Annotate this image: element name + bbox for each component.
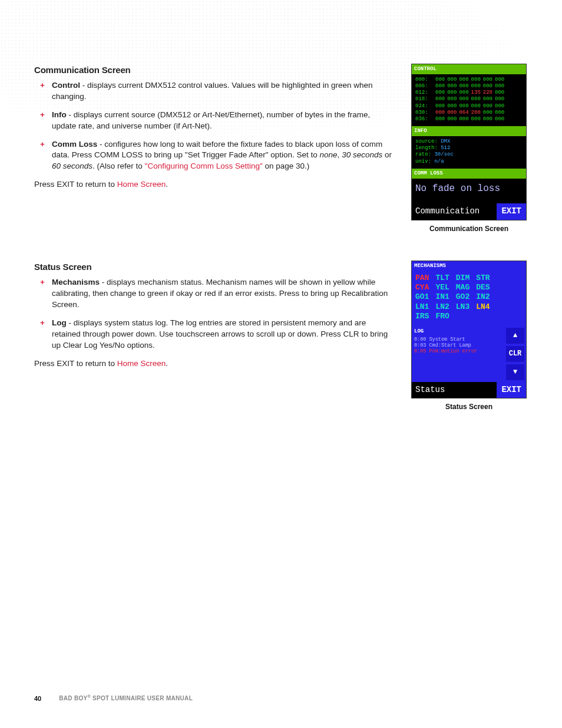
- mechanism-row: PANTLTDIMSTR: [415, 274, 523, 283]
- mechanism-row: IRSFRO: [415, 312, 523, 321]
- status-button-column: ▲ CLR ▼: [506, 326, 526, 381]
- comm-exit-line: Press EXIT to return to Home Screen.: [34, 179, 392, 190]
- desc-commloss-b: . (Also refer to: [92, 162, 145, 170]
- comm-exit-button[interactable]: EXIT: [497, 203, 526, 220]
- comm-value: 000: [483, 110, 492, 116]
- comm-value: 000: [495, 83, 504, 90]
- comm-info-body: source: DMX length: 512 rate: 30/sec uni…: [412, 136, 526, 169]
- term-control: Control: [52, 81, 80, 90]
- comm-value: 000: [471, 96, 481, 103]
- comm-value: 000: [471, 116, 481, 123]
- status-log-panel: LOG 0:00 System Start0:03 Cmd:Start Lamp…: [412, 326, 506, 381]
- status-caption: Status Screen: [445, 402, 492, 412]
- comm-address: 036:: [415, 116, 432, 123]
- term-info: Info: [52, 110, 67, 119]
- comm-value: 135: [471, 90, 481, 96]
- status-exit-suffix: .: [166, 359, 168, 368]
- bullet-info: Info - displays current source (DMX512 o…: [49, 110, 392, 132]
- log-line: 0:00 System Start: [414, 337, 504, 342]
- comm-value: 000: [447, 77, 457, 83]
- log-header: LOG: [414, 328, 504, 335]
- mechanism-row: CYAYELMAGDES: [415, 283, 523, 292]
- status-footer-title: Status: [412, 382, 497, 398]
- log-line: 0:05 PAN:motion error: [414, 348, 504, 354]
- term-mechanisms: Mechanisms: [52, 278, 100, 286]
- info-key: rate:: [415, 151, 434, 157]
- comm-address: 024:: [415, 103, 432, 110]
- link-commloss-config[interactable]: "Configuring Comm Loss Setting": [145, 162, 263, 170]
- comm-value: 000: [435, 103, 445, 110]
- comm-value: 000: [459, 77, 468, 83]
- clr-button[interactable]: CLR: [506, 346, 524, 362]
- comm-loss-value[interactable]: No fade on loss: [412, 179, 526, 203]
- comm-control-row: 024:000000000000000000: [415, 103, 523, 110]
- status-heading: Status Screen: [34, 261, 392, 273]
- page-number: 40: [34, 694, 41, 703]
- comm-control-row: 036:000000000000000000: [415, 116, 523, 123]
- bullet-log: Log - displays system status log. The lo…: [49, 318, 392, 351]
- comm-value: 000: [483, 83, 492, 90]
- comm-control-row: 012:000000000135228000: [415, 90, 523, 96]
- comm-value: 000: [459, 90, 468, 96]
- comm-value: 000: [483, 77, 492, 83]
- mechanism-cell: PAN: [415, 274, 429, 283]
- comm-value: 000: [495, 90, 504, 96]
- comm-value: 000: [459, 83, 468, 90]
- opt-none: none: [320, 150, 338, 159]
- mechanism-cell: LN2: [435, 302, 449, 312]
- comm-control-row: 018:000000000000000000: [415, 96, 523, 103]
- comm-loss-header: COMM LOSS: [412, 169, 526, 179]
- mechanisms-body[interactable]: PANTLTDIMSTRCYAYELMAGDESGO1IN1GO2IN2LN1L…: [412, 271, 526, 326]
- comm-value: 000: [435, 77, 445, 83]
- communication-heading: Communication Screen: [34, 64, 392, 76]
- comm-footer: Communication EXIT: [412, 203, 526, 220]
- comm-values: 000000000000000000: [435, 103, 523, 110]
- comm-value: 000: [495, 110, 504, 116]
- status-lower: LOG 0:00 System Start0:03 Cmd:Start Lamp…: [412, 326, 526, 381]
- comm-value: 000: [483, 96, 492, 103]
- footer-title-b: SPOT LUMINAIRE USER MANUAL: [91, 696, 193, 702]
- mechanisms-header: MECHANISMS: [412, 261, 526, 271]
- mechanism-cell: FRO: [435, 312, 449, 321]
- comm-values: 000000000000000000: [435, 116, 523, 123]
- mechanism-cell: MAG: [456, 283, 470, 292]
- scroll-up-button[interactable]: ▲: [506, 328, 524, 344]
- desc-log: - displays system status log. The log en…: [52, 318, 388, 350]
- comm-value: 000: [447, 83, 457, 90]
- status-section: Status Screen Mechanisms - displays mech…: [34, 261, 528, 412]
- comm-control-body: 000:000000000000000000006:00000000000000…: [412, 74, 526, 127]
- info-key: source:: [415, 139, 441, 144]
- communication-section: Communication Screen Control - displays …: [34, 64, 528, 233]
- link-home-screen-2[interactable]: Home Screen: [117, 359, 166, 368]
- comm-value: 000: [471, 83, 481, 90]
- comm-value: 000: [471, 77, 481, 83]
- mechanism-cell: IN1: [435, 292, 449, 302]
- comm-value: 000: [495, 103, 504, 110]
- desc-mechanisms: - displays mechanism status. Mechanism n…: [52, 278, 388, 309]
- mechanism-row: LN1LN2LN3LN4: [415, 302, 523, 312]
- scroll-down-button[interactable]: ▼: [506, 364, 524, 380]
- comm-value: 200: [471, 110, 481, 116]
- mechanism-cell: STR: [476, 274, 490, 283]
- mechanism-cell: YEL: [435, 283, 449, 292]
- mechanism-cell: DIM: [456, 274, 470, 283]
- bullet-control: Control - displays current DMX512 contro…: [49, 80, 392, 103]
- info-key: length:: [415, 145, 441, 151]
- log-lines: 0:00 System Start0:03 Cmd:Start Lamp0:05…: [414, 337, 504, 355]
- comm-value: 000: [483, 103, 492, 110]
- comm-value: 000: [471, 103, 481, 110]
- status-exit-prefix: Press EXIT to return to: [34, 359, 117, 368]
- comm-info-row: source: DMX: [415, 139, 523, 145]
- status-exit-line: Press EXIT to return to Home Screen.: [34, 358, 392, 370]
- status-footer: Status EXIT: [412, 382, 526, 398]
- comm-footer-title: Communication: [412, 203, 497, 220]
- page-footer: 40 BAD BOY® SPOT LUMINAIRE USER MANUAL: [34, 694, 528, 703]
- term-commloss: Comm Loss: [52, 140, 97, 149]
- mechanism-cell: TLT: [435, 274, 449, 283]
- desc-control: - displays current DMX512 control values…: [52, 81, 373, 101]
- comm-address: 012:: [415, 90, 432, 96]
- status-exit-button[interactable]: EXIT: [497, 382, 526, 398]
- comm-address: 000:: [415, 77, 432, 83]
- link-home-screen-1[interactable]: Home Screen: [117, 180, 166, 189]
- info-value: 30/sec: [434, 151, 453, 157]
